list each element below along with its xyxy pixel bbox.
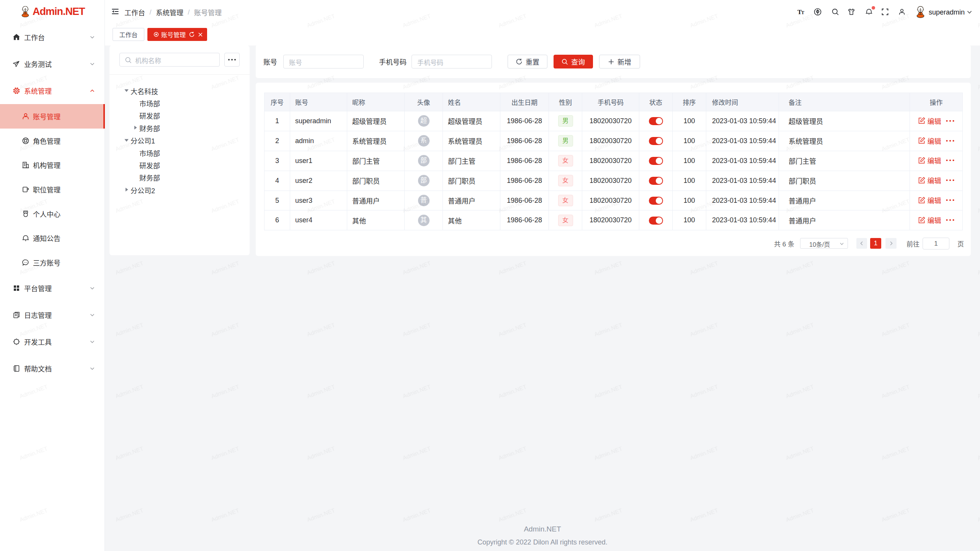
svg-text:T: T: [801, 10, 804, 15]
